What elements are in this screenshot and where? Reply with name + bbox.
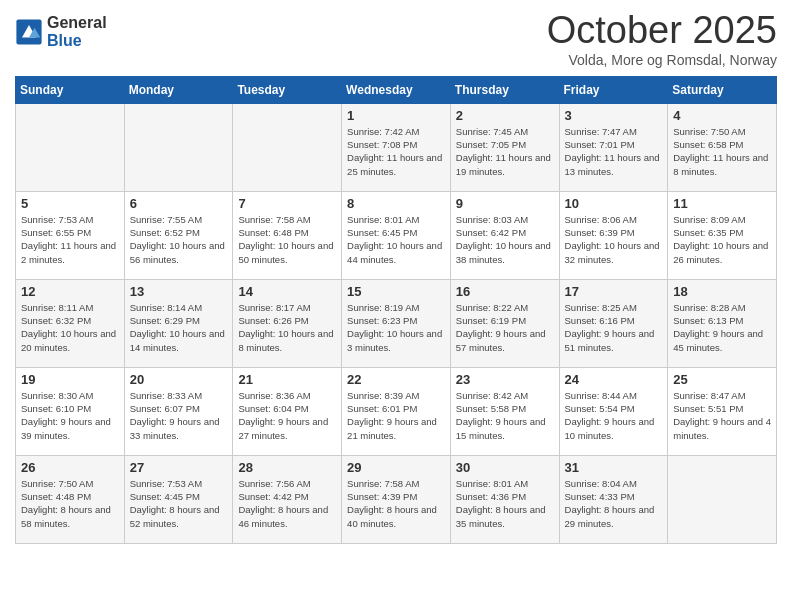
table-row: 21 Sunrise: 8:36 AMSunset: 6:04 PMDaylig… — [233, 367, 342, 455]
header-sunday: Sunday — [16, 76, 125, 103]
day-number: 20 — [130, 372, 228, 387]
day-info: Sunrise: 8:42 AMSunset: 5:58 PMDaylight:… — [456, 390, 546, 441]
day-info: Sunrise: 7:50 AMSunset: 6:58 PMDaylight:… — [673, 126, 768, 177]
day-info: Sunrise: 8:11 AMSunset: 6:32 PMDaylight:… — [21, 302, 116, 353]
day-info: Sunrise: 7:42 AMSunset: 7:08 PMDaylight:… — [347, 126, 442, 177]
day-info: Sunrise: 7:58 AMSunset: 4:39 PMDaylight:… — [347, 478, 437, 529]
day-number: 10 — [565, 196, 663, 211]
table-row: 18 Sunrise: 8:28 AMSunset: 6:13 PMDaylig… — [668, 279, 777, 367]
day-info: Sunrise: 8:04 AMSunset: 4:33 PMDaylight:… — [565, 478, 655, 529]
day-info: Sunrise: 7:56 AMSunset: 4:42 PMDaylight:… — [238, 478, 328, 529]
location-subtitle: Volda, More og Romsdal, Norway — [547, 52, 777, 68]
table-row: 16 Sunrise: 8:22 AMSunset: 6:19 PMDaylig… — [450, 279, 559, 367]
logo-icon — [15, 18, 43, 46]
day-number: 24 — [565, 372, 663, 387]
table-row: 31 Sunrise: 8:04 AMSunset: 4:33 PMDaylig… — [559, 455, 668, 543]
day-info: Sunrise: 8:22 AMSunset: 6:19 PMDaylight:… — [456, 302, 546, 353]
day-info: Sunrise: 8:44 AMSunset: 5:54 PMDaylight:… — [565, 390, 655, 441]
table-row: 14 Sunrise: 8:17 AMSunset: 6:26 PMDaylig… — [233, 279, 342, 367]
day-info: Sunrise: 8:30 AMSunset: 6:10 PMDaylight:… — [21, 390, 111, 441]
table-row: 22 Sunrise: 8:39 AMSunset: 6:01 PMDaylig… — [342, 367, 451, 455]
day-number: 31 — [565, 460, 663, 475]
day-number: 7 — [238, 196, 336, 211]
logo-text: General Blue — [47, 14, 107, 50]
table-row — [233, 103, 342, 191]
day-info: Sunrise: 8:36 AMSunset: 6:04 PMDaylight:… — [238, 390, 328, 441]
day-number: 21 — [238, 372, 336, 387]
day-number: 9 — [456, 196, 554, 211]
title-section: October 2025 Volda, More og Romsdal, Nor… — [547, 10, 777, 68]
day-info: Sunrise: 7:50 AMSunset: 4:48 PMDaylight:… — [21, 478, 111, 529]
month-title: October 2025 — [547, 10, 777, 52]
day-number: 22 — [347, 372, 445, 387]
day-number: 14 — [238, 284, 336, 299]
day-number: 8 — [347, 196, 445, 211]
day-number: 2 — [456, 108, 554, 123]
header-wednesday: Wednesday — [342, 76, 451, 103]
day-info: Sunrise: 8:01 AMSunset: 4:36 PMDaylight:… — [456, 478, 546, 529]
calendar-container: General Blue October 2025 Volda, More og… — [0, 0, 792, 559]
table-row: 9 Sunrise: 8:03 AMSunset: 6:42 PMDayligh… — [450, 191, 559, 279]
table-row: 25 Sunrise: 8:47 AMSunset: 5:51 PMDaylig… — [668, 367, 777, 455]
day-number: 12 — [21, 284, 119, 299]
header-friday: Friday — [559, 76, 668, 103]
day-number: 26 — [21, 460, 119, 475]
table-row — [16, 103, 125, 191]
table-row: 20 Sunrise: 8:33 AMSunset: 6:07 PMDaylig… — [124, 367, 233, 455]
day-number: 15 — [347, 284, 445, 299]
day-number: 17 — [565, 284, 663, 299]
day-info: Sunrise: 8:47 AMSunset: 5:51 PMDaylight:… — [673, 390, 771, 441]
day-number: 30 — [456, 460, 554, 475]
day-info: Sunrise: 7:45 AMSunset: 7:05 PMDaylight:… — [456, 126, 551, 177]
table-row: 30 Sunrise: 8:01 AMSunset: 4:36 PMDaylig… — [450, 455, 559, 543]
day-number: 28 — [238, 460, 336, 475]
day-info: Sunrise: 7:53 AMSunset: 6:55 PMDaylight:… — [21, 214, 116, 265]
day-number: 6 — [130, 196, 228, 211]
day-number: 13 — [130, 284, 228, 299]
table-row: 3 Sunrise: 7:47 AMSunset: 7:01 PMDayligh… — [559, 103, 668, 191]
table-row: 11 Sunrise: 8:09 AMSunset: 6:35 PMDaylig… — [668, 191, 777, 279]
day-info: Sunrise: 7:47 AMSunset: 7:01 PMDaylight:… — [565, 126, 660, 177]
day-number: 5 — [21, 196, 119, 211]
calendar-header-row: Sunday Monday Tuesday Wednesday Thursday… — [16, 76, 777, 103]
day-number: 27 — [130, 460, 228, 475]
day-number: 19 — [21, 372, 119, 387]
table-row: 5 Sunrise: 7:53 AMSunset: 6:55 PMDayligh… — [16, 191, 125, 279]
calendar-table: Sunday Monday Tuesday Wednesday Thursday… — [15, 76, 777, 544]
day-number: 25 — [673, 372, 771, 387]
table-row: 19 Sunrise: 8:30 AMSunset: 6:10 PMDaylig… — [16, 367, 125, 455]
day-number: 4 — [673, 108, 771, 123]
table-row: 27 Sunrise: 7:53 AMSunset: 4:45 PMDaylig… — [124, 455, 233, 543]
table-row: 15 Sunrise: 8:19 AMSunset: 6:23 PMDaylig… — [342, 279, 451, 367]
day-info: Sunrise: 8:01 AMSunset: 6:45 PMDaylight:… — [347, 214, 442, 265]
header-thursday: Thursday — [450, 76, 559, 103]
day-info: Sunrise: 8:14 AMSunset: 6:29 PMDaylight:… — [130, 302, 225, 353]
table-row — [124, 103, 233, 191]
day-number: 16 — [456, 284, 554, 299]
day-info: Sunrise: 8:28 AMSunset: 6:13 PMDaylight:… — [673, 302, 763, 353]
table-row: 1 Sunrise: 7:42 AMSunset: 7:08 PMDayligh… — [342, 103, 451, 191]
day-number: 23 — [456, 372, 554, 387]
day-number: 29 — [347, 460, 445, 475]
header-monday: Monday — [124, 76, 233, 103]
table-row: 29 Sunrise: 7:58 AMSunset: 4:39 PMDaylig… — [342, 455, 451, 543]
day-info: Sunrise: 8:17 AMSunset: 6:26 PMDaylight:… — [238, 302, 333, 353]
day-info: Sunrise: 8:19 AMSunset: 6:23 PMDaylight:… — [347, 302, 442, 353]
table-row — [668, 455, 777, 543]
day-info: Sunrise: 8:39 AMSunset: 6:01 PMDaylight:… — [347, 390, 437, 441]
table-row: 13 Sunrise: 8:14 AMSunset: 6:29 PMDaylig… — [124, 279, 233, 367]
header-saturday: Saturday — [668, 76, 777, 103]
table-row: 24 Sunrise: 8:44 AMSunset: 5:54 PMDaylig… — [559, 367, 668, 455]
header-section: General Blue October 2025 Volda, More og… — [15, 10, 777, 68]
header-tuesday: Tuesday — [233, 76, 342, 103]
day-info: Sunrise: 8:33 AMSunset: 6:07 PMDaylight:… — [130, 390, 220, 441]
day-info: Sunrise: 7:58 AMSunset: 6:48 PMDaylight:… — [238, 214, 333, 265]
table-row: 7 Sunrise: 7:58 AMSunset: 6:48 PMDayligh… — [233, 191, 342, 279]
day-number: 1 — [347, 108, 445, 123]
table-row: 4 Sunrise: 7:50 AMSunset: 6:58 PMDayligh… — [668, 103, 777, 191]
day-number: 3 — [565, 108, 663, 123]
day-info: Sunrise: 8:09 AMSunset: 6:35 PMDaylight:… — [673, 214, 768, 265]
table-row: 26 Sunrise: 7:50 AMSunset: 4:48 PMDaylig… — [16, 455, 125, 543]
day-info: Sunrise: 8:03 AMSunset: 6:42 PMDaylight:… — [456, 214, 551, 265]
table-row: 6 Sunrise: 7:55 AMSunset: 6:52 PMDayligh… — [124, 191, 233, 279]
